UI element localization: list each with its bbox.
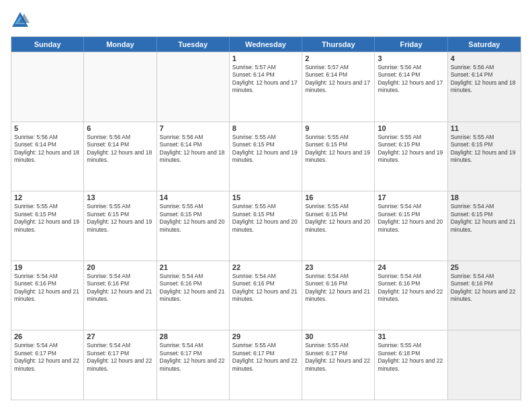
day-number: 8 <box>232 124 299 132</box>
day-cell-17: 17Sunrise: 5:54 AMSunset: 6:15 PMDayligh… <box>375 191 447 261</box>
day-cell-4: 4Sunrise: 5:56 AMSunset: 6:14 PMDaylight… <box>448 52 521 122</box>
day-number: 30 <box>305 332 371 340</box>
day-number: 15 <box>232 193 299 201</box>
day-info: Sunrise: 5:55 AMSunset: 6:15 PMDaylight:… <box>14 203 81 234</box>
day-info: Sunrise: 5:55 AMSunset: 6:15 PMDaylight:… <box>378 134 444 165</box>
header-day-friday: Friday <box>375 37 447 52</box>
day-cell-18: 18Sunrise: 5:54 AMSunset: 6:15 PMDayligh… <box>448 191 521 261</box>
calendar: SundayMondayTuesdayWednesdayThursdayFrid… <box>11 36 521 400</box>
day-cell-27: 27Sunrise: 5:54 AMSunset: 6:17 PMDayligh… <box>84 330 157 400</box>
day-cell-10: 10Sunrise: 5:55 AMSunset: 6:15 PMDayligh… <box>375 122 447 191</box>
day-number: 21 <box>160 263 226 271</box>
calendar-row-1: 5Sunrise: 5:56 AMSunset: 6:14 PMDaylight… <box>11 122 521 191</box>
day-cell-2: 2Sunrise: 5:57 AMSunset: 6:14 PMDaylight… <box>302 52 375 122</box>
header-day-sunday: Sunday <box>11 37 84 52</box>
day-number: 17 <box>378 193 444 201</box>
day-number: 18 <box>451 193 518 201</box>
calendar-row-2: 12Sunrise: 5:55 AMSunset: 6:15 PMDayligh… <box>11 191 521 261</box>
day-cell-21: 21Sunrise: 5:54 AMSunset: 6:16 PMDayligh… <box>157 261 230 330</box>
day-number: 29 <box>232 332 299 340</box>
day-cell-3: 3Sunrise: 5:56 AMSunset: 6:14 PMDaylight… <box>375 52 447 122</box>
header-day-thursday: Thursday <box>302 37 375 52</box>
day-number: 7 <box>160 124 226 132</box>
day-cell-8: 8Sunrise: 5:55 AMSunset: 6:15 PMDaylight… <box>230 122 302 191</box>
day-number: 25 <box>451 263 518 271</box>
day-cell-29: 29Sunrise: 5:55 AMSunset: 6:17 PMDayligh… <box>230 330 302 400</box>
day-info: Sunrise: 5:54 AMSunset: 6:17 PMDaylight:… <box>87 342 153 373</box>
day-cell-26: 26Sunrise: 5:54 AMSunset: 6:17 PMDayligh… <box>11 330 84 400</box>
day-info: Sunrise: 5:55 AMSunset: 6:17 PMDaylight:… <box>232 342 299 373</box>
page: SundayMondayTuesdayWednesdayThursdayFrid… <box>0 0 532 411</box>
day-info: Sunrise: 5:54 AMSunset: 6:17 PMDaylight:… <box>14 342 81 373</box>
calendar-row-4: 26Sunrise: 5:54 AMSunset: 6:17 PMDayligh… <box>11 330 521 400</box>
empty-cell <box>84 52 157 122</box>
day-number: 12 <box>14 193 81 201</box>
day-cell-12: 12Sunrise: 5:55 AMSunset: 6:15 PMDayligh… <box>11 191 84 261</box>
day-cell-25: 25Sunrise: 5:54 AMSunset: 6:16 PMDayligh… <box>448 261 521 330</box>
day-info: Sunrise: 5:55 AMSunset: 6:15 PMDaylight:… <box>160 203 226 234</box>
calendar-row-0: 1Sunrise: 5:57 AMSunset: 6:14 PMDaylight… <box>11 52 521 122</box>
day-info: Sunrise: 5:54 AMSunset: 6:17 PMDaylight:… <box>160 342 226 373</box>
logo <box>11 11 32 30</box>
day-info: Sunrise: 5:56 AMSunset: 6:14 PMDaylight:… <box>451 64 518 95</box>
day-cell-16: 16Sunrise: 5:55 AMSunset: 6:15 PMDayligh… <box>302 191 375 261</box>
day-info: Sunrise: 5:55 AMSunset: 6:15 PMDaylight:… <box>305 134 371 165</box>
day-number: 14 <box>160 193 226 201</box>
day-info: Sunrise: 5:56 AMSunset: 6:14 PMDaylight:… <box>378 64 444 95</box>
day-cell-28: 28Sunrise: 5:54 AMSunset: 6:17 PMDayligh… <box>157 330 230 400</box>
day-cell-19: 19Sunrise: 5:54 AMSunset: 6:16 PMDayligh… <box>11 261 84 330</box>
day-number: 22 <box>232 263 299 271</box>
calendar-body: 1Sunrise: 5:57 AMSunset: 6:14 PMDaylight… <box>11 52 521 400</box>
day-info: Sunrise: 5:54 AMSunset: 6:16 PMDaylight:… <box>451 273 518 304</box>
day-cell-1: 1Sunrise: 5:57 AMSunset: 6:14 PMDaylight… <box>230 52 302 122</box>
calendar-header: SundayMondayTuesdayWednesdayThursdayFrid… <box>11 37 521 52</box>
day-info: Sunrise: 5:54 AMSunset: 6:16 PMDaylight:… <box>14 273 81 304</box>
day-cell-14: 14Sunrise: 5:55 AMSunset: 6:15 PMDayligh… <box>157 191 230 261</box>
day-info: Sunrise: 5:55 AMSunset: 6:17 PMDaylight:… <box>305 342 371 373</box>
day-info: Sunrise: 5:55 AMSunset: 6:15 PMDaylight:… <box>232 203 299 234</box>
day-cell-13: 13Sunrise: 5:55 AMSunset: 6:15 PMDayligh… <box>84 191 157 261</box>
day-number: 5 <box>14 124 81 132</box>
empty-cell <box>157 52 230 122</box>
day-number: 24 <box>378 263 444 271</box>
day-info: Sunrise: 5:54 AMSunset: 6:16 PMDaylight:… <box>160 273 226 304</box>
empty-cell <box>448 330 521 400</box>
day-number: 19 <box>14 263 81 271</box>
day-number: 11 <box>451 124 518 132</box>
day-number: 3 <box>378 54 444 62</box>
calendar-row-3: 19Sunrise: 5:54 AMSunset: 6:16 PMDayligh… <box>11 261 521 330</box>
day-number: 16 <box>305 193 371 201</box>
day-info: Sunrise: 5:54 AMSunset: 6:15 PMDaylight:… <box>378 203 444 234</box>
day-number: 27 <box>87 332 153 340</box>
day-number: 31 <box>378 332 444 340</box>
header-day-wednesday: Wednesday <box>230 37 302 52</box>
day-info: Sunrise: 5:57 AMSunset: 6:14 PMDaylight:… <box>305 64 371 95</box>
day-cell-6: 6Sunrise: 5:56 AMSunset: 6:14 PMDaylight… <box>84 122 157 191</box>
day-info: Sunrise: 5:56 AMSunset: 6:14 PMDaylight:… <box>160 134 226 165</box>
day-number: 23 <box>305 263 371 271</box>
day-info: Sunrise: 5:56 AMSunset: 6:14 PMDaylight:… <box>14 134 81 165</box>
day-info: Sunrise: 5:55 AMSunset: 6:15 PMDaylight:… <box>305 203 371 234</box>
day-number: 1 <box>232 54 299 62</box>
day-number: 10 <box>378 124 444 132</box>
day-info: Sunrise: 5:54 AMSunset: 6:16 PMDaylight:… <box>87 273 153 304</box>
day-info: Sunrise: 5:54 AMSunset: 6:16 PMDaylight:… <box>378 273 444 304</box>
day-cell-22: 22Sunrise: 5:54 AMSunset: 6:16 PMDayligh… <box>230 261 302 330</box>
day-cell-30: 30Sunrise: 5:55 AMSunset: 6:17 PMDayligh… <box>302 330 375 400</box>
day-cell-20: 20Sunrise: 5:54 AMSunset: 6:16 PMDayligh… <box>84 261 157 330</box>
day-cell-7: 7Sunrise: 5:56 AMSunset: 6:14 PMDaylight… <box>157 122 230 191</box>
day-number: 26 <box>14 332 81 340</box>
day-number: 6 <box>87 124 153 132</box>
header-day-tuesday: Tuesday <box>157 37 230 52</box>
day-cell-11: 11Sunrise: 5:55 AMSunset: 6:15 PMDayligh… <box>448 122 521 191</box>
day-info: Sunrise: 5:54 AMSunset: 6:16 PMDaylight:… <box>305 273 371 304</box>
day-cell-23: 23Sunrise: 5:54 AMSunset: 6:16 PMDayligh… <box>302 261 375 330</box>
header <box>11 11 521 30</box>
day-info: Sunrise: 5:56 AMSunset: 6:14 PMDaylight:… <box>87 134 153 165</box>
day-number: 4 <box>451 54 518 62</box>
day-cell-5: 5Sunrise: 5:56 AMSunset: 6:14 PMDaylight… <box>11 122 84 191</box>
empty-cell <box>11 52 84 122</box>
day-cell-24: 24Sunrise: 5:54 AMSunset: 6:16 PMDayligh… <box>375 261 447 330</box>
day-info: Sunrise: 5:55 AMSunset: 6:15 PMDaylight:… <box>232 134 299 165</box>
day-info: Sunrise: 5:55 AMSunset: 6:18 PMDaylight:… <box>378 342 444 373</box>
